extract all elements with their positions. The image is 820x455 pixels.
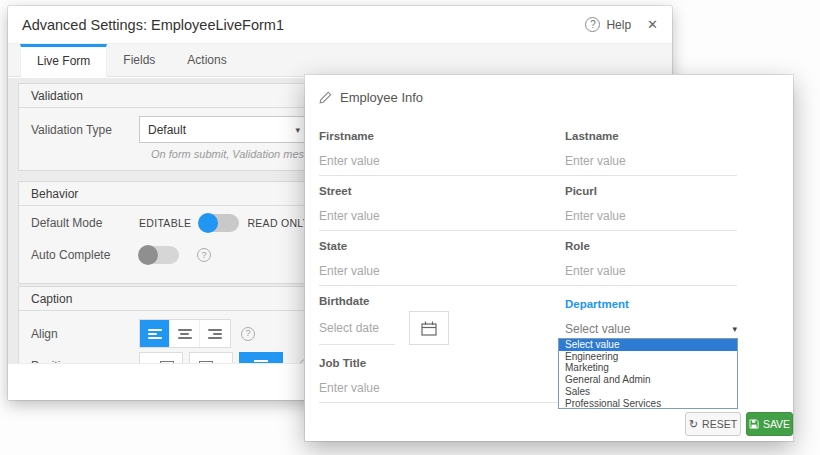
toggle-knob — [198, 213, 218, 233]
align-right-button[interactable] — [200, 320, 230, 347]
role-input[interactable]: Enter value — [565, 264, 737, 286]
align-left-button[interactable] — [140, 320, 170, 347]
chevron-down-icon: ▾ — [732, 324, 737, 334]
read-only-label: READ ONLY — [247, 217, 310, 229]
street-label: Street — [319, 185, 583, 197]
validation-type-select[interactable]: Default ▾ — [139, 116, 309, 143]
validation-type-value: Default — [148, 123, 186, 137]
field-department: Department Select value ▾ — [565, 298, 737, 342]
field-picurl: Picurl Enter value — [565, 185, 737, 231]
auto-complete-toggle[interactable] — [139, 246, 179, 264]
help-label[interactable]: Help — [606, 18, 631, 32]
align-center-icon — [178, 329, 192, 339]
validation-type-label: Validation Type — [31, 123, 139, 137]
save-disk-icon — [749, 419, 759, 429]
employee-form-panel: Employee Info Firstname Enter value Stre… — [305, 75, 793, 441]
chevron-down-icon: ▾ — [295, 125, 300, 135]
state-input[interactable]: Enter value — [319, 264, 583, 286]
birthdate-row: Select date — [319, 311, 449, 345]
dialog-title: Advanced Settings: EmployeeLiveForm1 — [22, 17, 284, 33]
job-title-input[interactable]: Enter value — [319, 381, 583, 403]
role-label: Role — [565, 240, 737, 252]
firstname-label: Firstname — [319, 130, 583, 142]
align-left-icon — [148, 329, 162, 339]
save-button-label: SAVE — [763, 418, 790, 430]
tab-live-form[interactable]: Live Form — [20, 44, 107, 77]
align-button-group — [139, 319, 231, 348]
default-mode-toggle[interactable] — [199, 214, 239, 232]
dropdown-option[interactable]: General and Admin — [559, 374, 737, 386]
tab-actions[interactable]: Actions — [171, 44, 242, 76]
label-top-icon — [254, 360, 268, 362]
settings-tabbar: Live Form Fields Actions — [8, 44, 672, 77]
editable-label: EDITABLE — [139, 217, 191, 229]
pencil-icon — [319, 91, 332, 104]
lastname-label: Lastname — [565, 130, 737, 142]
refresh-icon: ↻ — [689, 419, 698, 430]
reset-button[interactable]: ↻ RESET — [685, 412, 741, 436]
dropdown-option[interactable]: Sales — [559, 386, 737, 398]
auto-complete-label: Auto Complete — [31, 248, 139, 262]
employee-form-title-row: Employee Info — [319, 90, 423, 105]
dropdown-option[interactable]: Engineering — [559, 351, 737, 363]
field-street: Street Enter value — [319, 185, 583, 231]
dropdown-option[interactable]: Professional Services — [559, 398, 737, 409]
reset-button-label: RESET — [702, 418, 737, 430]
dialog-header-actions: ? Help ✕ — [585, 17, 658, 32]
department-label: Department — [565, 298, 737, 310]
close-icon[interactable]: ✕ — [647, 17, 658, 32]
align-label: Align — [31, 327, 139, 341]
auto-complete-help-icon[interactable]: ? — [197, 248, 211, 262]
department-dropdown-list: Select value Engineering Marketing Gener… — [558, 338, 738, 409]
align-help-icon[interactable]: ? — [241, 327, 255, 341]
tab-fields[interactable]: Fields — [107, 44, 171, 76]
dropdown-option[interactable]: Select value — [559, 339, 737, 351]
field-lastname: Lastname Enter value — [565, 130, 737, 176]
help-icon[interactable]: ? — [585, 17, 600, 32]
state-label: State — [319, 240, 583, 252]
job-title-label: Job Title — [319, 357, 583, 369]
lastname-input[interactable]: Enter value — [565, 154, 737, 176]
dialog-header: Advanced Settings: EmployeeLiveForm1 ? H… — [8, 6, 672, 44]
field-job-title: Job Title Enter value — [319, 357, 583, 403]
field-state: State Enter value — [319, 240, 583, 286]
dropdown-option[interactable]: Marketing — [559, 362, 737, 374]
employee-form-title: Employee Info — [340, 90, 423, 105]
save-button[interactable]: SAVE — [746, 412, 793, 436]
department-select-value: Select value — [565, 322, 630, 336]
align-right-icon — [208, 329, 222, 339]
firstname-input[interactable]: Enter value — [319, 154, 583, 176]
street-input[interactable]: Enter value — [319, 209, 583, 231]
toggle-knob — [138, 245, 158, 265]
birthdate-label: Birthdate — [319, 295, 449, 307]
calendar-button[interactable] — [409, 311, 449, 345]
default-mode-label: Default Mode — [31, 216, 139, 230]
field-role: Role Enter value — [565, 240, 737, 286]
birthdate-input[interactable]: Select date — [319, 321, 395, 345]
field-firstname: Firstname Enter value — [319, 130, 583, 176]
picurl-input[interactable]: Enter value — [565, 209, 737, 231]
align-center-button[interactable] — [170, 320, 200, 347]
picurl-label: Picurl — [565, 185, 737, 197]
calendar-icon — [421, 321, 437, 336]
field-birthdate: Birthdate Select date — [319, 295, 449, 345]
page: Advanced Settings: EmployeeLiveForm1 ? H… — [0, 0, 820, 455]
